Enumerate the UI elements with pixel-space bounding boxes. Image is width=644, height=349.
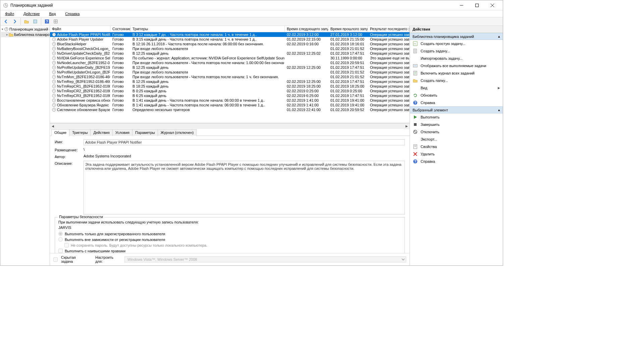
task-row[interactable]: NvTmRepCR3_{B2FE1952-0186-46C3-...Готово… <box>50 93 410 98</box>
svg-rect-2 <box>34 20 37 23</box>
toolbar-folder-icon[interactable] <box>23 18 30 25</box>
action-Импортировать задачу...[interactable]: Импортировать задачу... <box>410 55 503 62</box>
task-row[interactable]: NvBatteryBoostCheckOnLogon_{B2FE...Готов… <box>50 46 410 51</box>
toolbar-help-icon[interactable]: ? <box>43 18 51 25</box>
action-Включить журнал всех заданий[interactable]: Включить журнал всех заданий <box>410 69 503 77</box>
task-row[interactable]: NvDriverUpdateCheckDaily_{B2FE1952...Гот… <box>50 51 410 56</box>
action-Создать папку...[interactable]: Создать папку... <box>410 77 503 84</box>
maximize-button[interactable] <box>469 0 485 10</box>
task-state: Готово <box>110 107 130 112</box>
menu-action[interactable]: Действие <box>21 11 42 16</box>
task-name: NvTmRepCR1_{B2FE1952-0186-46C3-... <box>57 84 110 88</box>
collapse-icon[interactable]: ▴ <box>498 34 500 39</box>
task-row[interactable]: BlueStacksHelperГотовоВ 12:16 26.11.2018… <box>50 42 410 46</box>
scroll-right-icon[interactable]: ▶ <box>404 123 410 129</box>
menu-file[interactable]: Файл <box>2 11 17 16</box>
col-header-next[interactable]: Время следующего запуска <box>285 26 328 32</box>
tree-toggle-icon[interactable]: ▸ <box>6 33 8 36</box>
tab-Журнал (отключен)[interactable]: Журнал (отключен) <box>158 129 197 136</box>
tab-Триггеры[interactable]: Триггеры <box>69 129 91 136</box>
action-Завершить[interactable]: Завершить <box>410 121 503 128</box>
task-state: Готово <box>110 56 130 60</box>
action-label: Справка <box>421 101 435 105</box>
task-row[interactable]: NvTmMon_{B2FE1952-0186-46C3-BAE...Готово… <box>50 74 410 79</box>
task-state: Готово <box>110 70 130 74</box>
collapse-icon[interactable]: ▴ <box>498 108 500 112</box>
task-row[interactable]: NvTmRep_{B2FE1952-0186-46C3-BAE...Готово… <box>50 79 410 84</box>
action-Создать задачу...[interactable]: Создать задачу... <box>410 47 503 55</box>
task-row[interactable]: Adobe Flash Player PPAPI NotifierГотовоВ… <box>50 32 410 37</box>
tab-Действия[interactable]: Действия <box>90 129 112 136</box>
task-row[interactable]: NvTmRepCR1_{B2FE1952-0186-46C3-...Готово… <box>50 84 410 89</box>
action-Свойства[interactable]: Свойства <box>410 143 503 150</box>
tab-Условия[interactable]: Условия <box>112 129 132 136</box>
name-field[interactable] <box>84 139 405 145</box>
scroll-left-icon[interactable]: ◀ <box>50 123 56 129</box>
action-Отключить[interactable]: Отключить <box>410 128 503 136</box>
menu-help[interactable]: Справка <box>62 11 82 16</box>
task-row[interactable]: Восстановление сервиса обновлени...Готов… <box>50 98 410 103</box>
action-Справка[interactable]: ?Справка <box>410 158 503 165</box>
task-prev: 01.02.2019 17:47:51 <box>328 79 368 84</box>
tab-Общие[interactable]: Общие <box>51 129 69 136</box>
task-name: Восстановление сервиса обновлени... <box>57 98 110 102</box>
task-row[interactable]: Системное обновление Браузера Ян...Готов… <box>50 107 410 112</box>
task-row[interactable]: NvProfileUpdaterOnLogon_{B2FE1952...Гото… <box>50 70 410 74</box>
col-header-triggers[interactable]: Триггеры <box>130 26 285 32</box>
task-row[interactable]: Обновление Браузера ЯндексГотовоВ 1:41 к… <box>50 103 410 107</box>
horizontal-scrollbar[interactable]: ◀ ▶ <box>50 123 410 129</box>
toolbar-props-icon[interactable] <box>32 18 39 25</box>
toolbar-grid-icon[interactable] <box>52 18 59 25</box>
minimize-button[interactable] <box>454 0 469 10</box>
action-label: Создать папку... <box>421 79 448 83</box>
action-label: Включить журнал всех заданий <box>421 71 475 75</box>
task-row[interactable]: NvTmRepCR2_{B2FE1952-0186-46C3-...Готово… <box>50 89 410 93</box>
task-row[interactable]: NvProfileUpdaterDaily_{B2FE1952-018...Го… <box>50 65 410 70</box>
col-header-result[interactable]: Результат последнего зап <box>368 26 410 32</box>
description-field[interactable] <box>84 161 405 214</box>
task-name: Системное обновление Браузера Ян... <box>57 108 110 112</box>
action-Отображать все выполняемые задачи[interactable]: Отображать все выполняемые задачи <box>410 62 503 69</box>
action-Обновить[interactable]: Обновить <box>410 92 503 99</box>
task-row[interactable]: NvNodeLauncher_{B2FE1952-0186-46...Готов… <box>50 60 410 65</box>
security-box: Параметры безопасности При выполнении за… <box>55 217 405 253</box>
action-label: Справка <box>421 159 435 163</box>
task-next: 02.02.2019 12:25:02 <box>285 51 328 56</box>
task-row[interactable]: Adobe Flash Player UpdaterГотовоВ 3:15 к… <box>50 37 410 42</box>
svg-rect-31 <box>414 123 417 126</box>
task-row[interactable]: NVIDIA GeForce Experience SelfUpdat...Го… <box>50 56 410 60</box>
configure-for-label: Настроить для: <box>95 255 121 263</box>
clock-icon <box>52 47 56 51</box>
col-header-state[interactable]: Состояние <box>110 26 130 32</box>
titlebar[interactable]: Планировщик заданий <box>0 0 503 10</box>
tree-toggle-icon[interactable]: ▾ <box>2 28 3 31</box>
action-Создать простую задачу...[interactable]: Создать простую задачу... <box>410 40 503 47</box>
task-name: NvNodeLauncher_{B2FE1952-0186-46... <box>57 61 110 65</box>
navigation-tree[interactable]: ▾ Планировщик заданий (Лок ▸ Библиотека … <box>0 26 50 265</box>
task-result: Операция успешно завер <box>368 32 410 37</box>
task-trigger: В 1:41 каждый день - Частота повтора пос… <box>130 103 285 107</box>
back-button[interactable] <box>2 18 10 25</box>
disable-icon <box>413 129 418 135</box>
clock-icon <box>52 89 56 93</box>
col-header-prev[interactable]: Время прошлого запуска <box>328 26 368 32</box>
task-result: Операция успешно завер <box>368 51 410 56</box>
col-header-file[interactable]: Файл <box>50 26 110 32</box>
action-Вид[interactable]: Вид▶ <box>410 84 503 92</box>
task-list[interactable]: Файл Состояние Триггеры Время следующего… <box>50 26 410 123</box>
menu-view[interactable]: Вид <box>46 11 58 16</box>
task-prev: 01.02.2019 17:47:51 <box>328 65 368 70</box>
task-trigger: В 18:25 каждый день <box>130 84 285 89</box>
label-author: Автор: <box>55 154 84 159</box>
tree-root[interactable]: ▾ Планировщик заданий (Лок <box>1 27 49 32</box>
tree-library[interactable]: ▸ Библиотека планировщ <box>1 32 49 37</box>
action-Экспорт...[interactable]: Экспорт... <box>410 136 503 143</box>
action-Выполнить[interactable]: Выполнить <box>410 113 503 121</box>
action-Удалить[interactable]: Удалить <box>410 150 503 158</box>
clock-icon <box>52 80 56 84</box>
action-Справка[interactable]: ?Справка <box>410 99 503 106</box>
tab-Параметры[interactable]: Параметры <box>132 129 158 136</box>
forward-button[interactable] <box>11 18 18 25</box>
close-button[interactable] <box>485 0 500 10</box>
action-label: Удалить <box>421 152 435 156</box>
